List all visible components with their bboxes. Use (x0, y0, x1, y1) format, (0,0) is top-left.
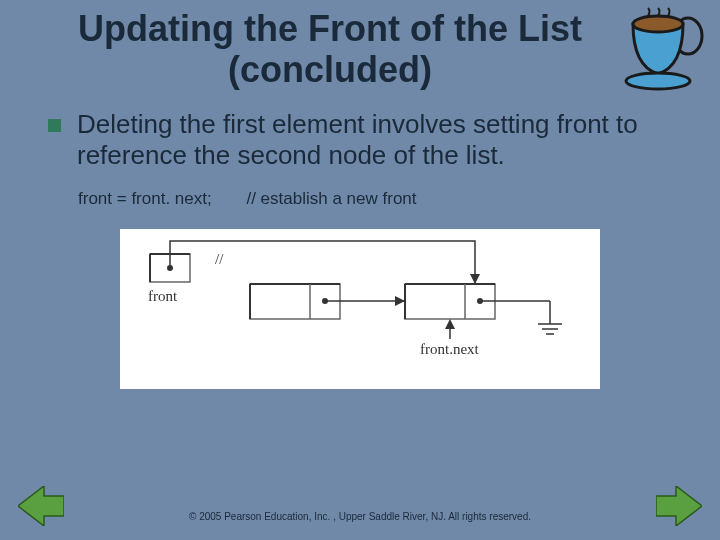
linked-list-diagram: // front front.next (120, 229, 600, 389)
code-line: front = front. next; // establish a new … (0, 171, 720, 209)
bullet-marker-icon (48, 119, 61, 132)
svg-marker-26 (445, 319, 455, 329)
code-statement: front = front. next; (78, 189, 212, 208)
coffee-cup-icon (618, 6, 708, 91)
svg-marker-14 (395, 296, 405, 306)
code-comment: // establish a new front (246, 189, 416, 208)
nav-prev-button[interactable] (18, 486, 64, 530)
diagram-crossed-text: // (215, 251, 224, 267)
svg-point-2 (626, 73, 690, 89)
svg-marker-7 (470, 274, 480, 284)
copyright-text: © 2005 Pearson Education, Inc. , Upper S… (0, 511, 720, 522)
diagram-front-label: front (148, 288, 178, 304)
bullet-item: Deleting the first element involves sett… (0, 91, 720, 171)
nav-next-button[interactable] (656, 486, 702, 530)
bullet-text: Deleting the first element involves sett… (77, 109, 670, 171)
diagram-front-next-label: front.next (420, 341, 480, 357)
slide-title: Updating the Front of the List (conclude… (0, 0, 720, 91)
svg-point-1 (633, 16, 683, 32)
